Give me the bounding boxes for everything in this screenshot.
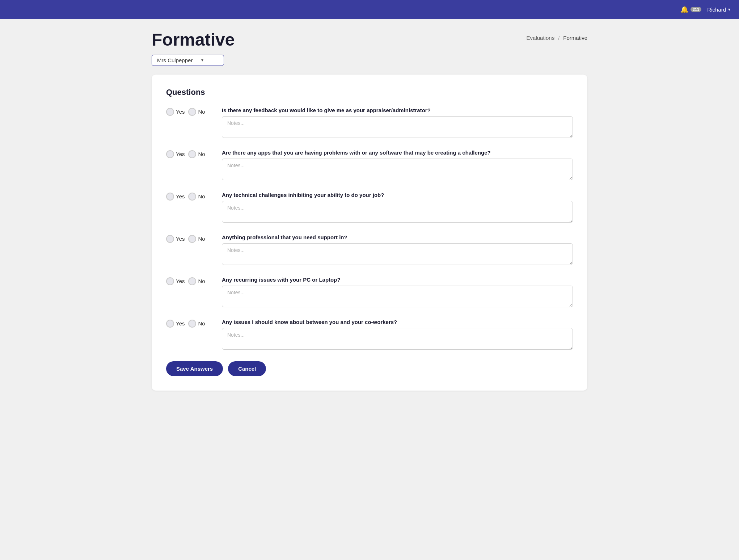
radio-group-1: Yes No (166, 107, 213, 116)
question-text-4: Anything professional that you need supp… (222, 234, 573, 240)
question-text-6: Any issues I should know about between y… (222, 319, 573, 325)
question-content-2: Are there any apps that you are having p… (222, 150, 573, 182)
user-name-label: Richard (707, 7, 726, 13)
radio-yes-6[interactable]: Yes (166, 320, 185, 328)
radio-group-3: Yes No (166, 192, 213, 201)
radio-yes-label-6: Yes (176, 320, 185, 327)
question-row-3: Yes No Any technical challenges inhibiti… (166, 192, 573, 224)
page-title: Formative (152, 30, 235, 50)
notes-textarea-5[interactable] (222, 286, 573, 307)
radio-group-6: Yes No (166, 319, 213, 328)
radio-yes-label-3: Yes (176, 193, 185, 199)
radio-yes-label-5: Yes (176, 278, 185, 284)
notification-badge: 211 (691, 7, 701, 12)
question-text-3: Any technical challenges inhibiting your… (222, 192, 573, 198)
radio-no-2[interactable]: No (188, 150, 205, 158)
radio-no-circle-5 (188, 277, 196, 285)
radio-no-1[interactable]: No (188, 108, 205, 116)
radio-no-label-4: No (198, 236, 205, 242)
question-row-4: Yes No Anything professional that you ne… (166, 234, 573, 266)
notification-area[interactable]: 🔔 211 (680, 5, 701, 13)
page-header: Formative Mrs Culpepper ▾ Evaluations / … (152, 30, 587, 66)
questions-heading: Questions (166, 88, 573, 97)
radio-no-3[interactable]: No (188, 193, 205, 201)
radio-yes-circle-4 (166, 235, 174, 243)
topbar: 🔔 211 Richard ▾ (0, 0, 739, 19)
radio-yes-circle-5 (166, 277, 174, 285)
radio-no-circle-4 (188, 235, 196, 243)
notes-textarea-3[interactable] (222, 201, 573, 223)
question-row-6: Yes No Any issues I should know about be… (166, 319, 573, 351)
radio-yes-4[interactable]: Yes (166, 235, 185, 243)
radio-group-5: Yes No (166, 277, 213, 285)
user-menu-chevron-icon: ▾ (728, 7, 730, 12)
page-container: Formative Mrs Culpepper ▾ Evaluations / … (134, 19, 605, 402)
notes-textarea-2[interactable] (222, 159, 573, 180)
question-row-5: Yes No Any recurring issues with your PC… (166, 277, 573, 309)
radio-yes-label-4: Yes (176, 236, 185, 242)
radio-no-label-5: No (198, 278, 205, 284)
radio-no-label-3: No (198, 193, 205, 199)
radio-yes-1[interactable]: Yes (166, 108, 185, 116)
questions-container: Yes No Is there any feedback you would l… (166, 107, 573, 351)
bell-icon: 🔔 (680, 5, 688, 13)
breadcrumb: Evaluations / Formative (527, 35, 587, 41)
question-content-6: Any issues I should know about between y… (222, 319, 573, 351)
questions-card: Questions Yes No Is there any feedback y… (152, 75, 587, 391)
question-row-1: Yes No Is there any feedback you would l… (166, 107, 573, 139)
radio-no-5[interactable]: No (188, 277, 205, 285)
question-text-5: Any recurring issues with your PC or Lap… (222, 277, 573, 283)
breadcrumb-current: Formative (563, 35, 587, 41)
radio-yes-circle-6 (166, 320, 174, 328)
radio-no-label-6: No (198, 320, 205, 327)
radio-no-6[interactable]: No (188, 320, 205, 328)
question-text-1: Is there any feedback you would like to … (222, 107, 573, 113)
radio-yes-circle-2 (166, 150, 174, 158)
radio-no-circle-6 (188, 320, 196, 328)
question-content-4: Anything professional that you need supp… (222, 234, 573, 266)
person-selector-dropdown[interactable]: Mrs Culpepper ▾ (152, 55, 224, 66)
user-menu[interactable]: Richard ▾ (707, 7, 730, 13)
question-content-1: Is there any feedback you would like to … (222, 107, 573, 139)
radio-yes-circle-1 (166, 108, 174, 116)
radio-group-2: Yes No (166, 150, 213, 158)
radio-no-circle-1 (188, 108, 196, 116)
radio-no-circle-2 (188, 150, 196, 158)
question-text-2: Are there any apps that you are having p… (222, 150, 573, 156)
question-row-2: Yes No Are there any apps that you are h… (166, 150, 573, 182)
dropdown-arrow-icon: ▾ (201, 58, 203, 63)
radio-yes-2[interactable]: Yes (166, 150, 185, 158)
radio-group-4: Yes No (166, 234, 213, 243)
question-content-3: Any technical challenges inhibiting your… (222, 192, 573, 224)
dropdown-value: Mrs Culpepper (157, 57, 193, 63)
cancel-button[interactable]: Cancel (228, 361, 266, 376)
notes-textarea-4[interactable] (222, 243, 573, 265)
radio-yes-3[interactable]: Yes (166, 193, 185, 201)
save-answers-button[interactable]: Save Answers (166, 361, 223, 376)
radio-yes-label-1: Yes (176, 109, 185, 115)
radio-yes-5[interactable]: Yes (166, 277, 185, 285)
radio-no-label-1: No (198, 109, 205, 115)
radio-yes-circle-3 (166, 193, 174, 201)
form-actions: Save Answers Cancel (166, 361, 573, 376)
notes-textarea-1[interactable] (222, 116, 573, 138)
radio-no-circle-3 (188, 193, 196, 201)
radio-no-label-2: No (198, 151, 205, 157)
breadcrumb-evaluations-link[interactable]: Evaluations (527, 35, 555, 41)
title-section: Formative Mrs Culpepper ▾ (152, 30, 235, 66)
radio-no-4[interactable]: No (188, 235, 205, 243)
breadcrumb-separator: / (558, 35, 559, 41)
notes-textarea-6[interactable] (222, 328, 573, 350)
question-content-5: Any recurring issues with your PC or Lap… (222, 277, 573, 309)
radio-yes-label-2: Yes (176, 151, 185, 157)
